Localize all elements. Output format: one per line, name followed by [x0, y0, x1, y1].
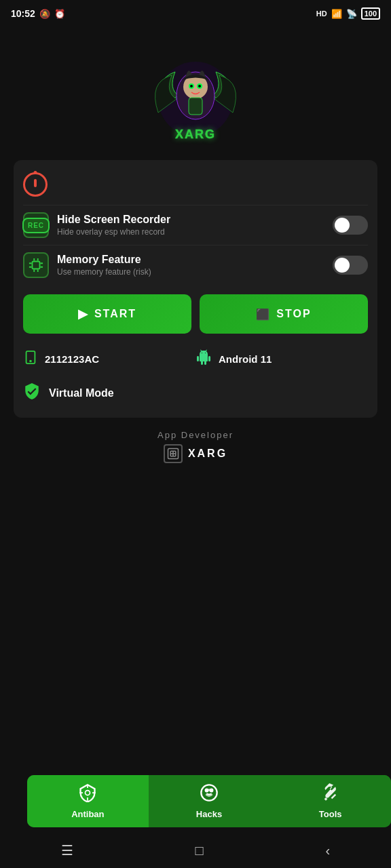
- antiban-label: Antiban: [71, 809, 104, 819]
- svg-point-18: [210, 789, 213, 792]
- dev-brand-name: XARG: [188, 448, 227, 460]
- antiban-icon: [78, 783, 97, 806]
- android-back-button[interactable]: ‹: [309, 837, 346, 864]
- virtual-mode-row: Virtual Mode: [23, 378, 368, 408]
- stop-label: STOP: [276, 308, 311, 320]
- android-icon: [196, 349, 212, 369]
- svg-rect-10: [33, 262, 40, 269]
- signal-icon: 📶: [331, 9, 342, 19]
- dev-brand-icon: [164, 444, 183, 463]
- svg-point-17: [206, 789, 208, 792]
- svg-point-16: [201, 785, 217, 800]
- status-time: 10:52: [11, 8, 35, 19]
- feature-subtitle-memory: Use memory feature (risk): [57, 267, 151, 277]
- developer-footer: App Developer XARG: [0, 425, 391, 471]
- hacks-icon: [200, 783, 219, 806]
- bottom-nav: Antiban Hacks Tools: [27, 775, 391, 827]
- tools-label: Tools: [319, 809, 342, 819]
- android-version-item: Android 11: [196, 349, 368, 369]
- shield-checkmark-icon: [23, 382, 41, 404]
- feature-text-memory: Memory Feature Use memory feature (risk): [57, 254, 151, 277]
- hide-screen-recorder-row: REC Hide Screen Recorder Hide overlay es…: [23, 205, 368, 245]
- stop-button[interactable]: ⬛ STOP: [200, 294, 368, 334]
- dev-label: App Developer: [0, 430, 391, 440]
- hd-badge: HD: [316, 9, 327, 18]
- alarm-icon: ⏰: [54, 9, 65, 19]
- feature-title-recorder: Hide Screen Recorder: [57, 214, 170, 226]
- device-id-item: 2112123AC: [23, 350, 196, 368]
- memory-feature-row: Memory Feature Use memory feature (risk): [23, 245, 368, 285]
- dev-brand: XARG: [0, 444, 391, 463]
- feature-text-recorder: Hide Screen Recorder Hide overlay esp wh…: [57, 214, 170, 237]
- logo-svg: XARG XARG: [141, 38, 250, 146]
- feature-title-memory: Memory Feature: [57, 254, 151, 266]
- start-icon: ▶: [78, 307, 89, 321]
- svg-text:XARG: XARG: [175, 127, 216, 141]
- svg-rect-7: [189, 98, 202, 115]
- device-info-row: 2112123AC Android 11: [23, 344, 368, 373]
- android-menu-button[interactable]: ☰: [45, 837, 90, 864]
- status-right: HD 📶 📡 100: [316, 7, 380, 20]
- svg-point-5: [190, 85, 193, 87]
- android-version: Android 11: [219, 353, 272, 365]
- feature-left: REC Hide Screen Recorder Hide overlay es…: [23, 212, 170, 238]
- android-nav-bar: ☰ □ ‹: [0, 833, 391, 868]
- feature-left-memory: Memory Feature Use memory feature (risk): [23, 252, 151, 278]
- nav-antiban[interactable]: Antiban: [27, 775, 149, 827]
- svg-point-12: [30, 360, 31, 361]
- memory-toggle-knob: [335, 258, 350, 273]
- start-label: START: [94, 308, 136, 320]
- status-bar: 10:52 🔕 ⏰ HD 📶 📡 100: [0, 0, 391, 24]
- main-card: REC Hide Screen Recorder Hide overlay es…: [14, 160, 377, 418]
- chip-icon: [23, 252, 49, 278]
- phone-icon: [23, 350, 38, 368]
- svg-point-6: [198, 85, 201, 87]
- memory-toggle[interactable]: [333, 256, 368, 275]
- battery-indicator: 100: [361, 7, 380, 20]
- svg-point-15: [86, 791, 90, 795]
- logo-area: XARG XARG: [0, 24, 391, 153]
- mute-icon: 🔕: [39, 9, 50, 19]
- wifi-icon: 📡: [346, 9, 357, 19]
- nav-hacks[interactable]: Hacks: [149, 775, 270, 827]
- virtual-mode-label: Virtual Mode: [49, 387, 114, 399]
- timer-icon: [23, 172, 48, 197]
- battery-percent: 100: [365, 9, 377, 18]
- action-button-row: ▶ START ⬛ STOP: [23, 294, 368, 334]
- tools-icon: [321, 783, 340, 806]
- recorder-toggle-knob: [335, 218, 350, 233]
- recorder-toggle[interactable]: [333, 216, 368, 235]
- feature-subtitle-recorder: Hide overlay esp when record: [57, 227, 170, 237]
- android-home-button[interactable]: □: [179, 837, 220, 864]
- rec-icon: REC: [23, 212, 49, 238]
- timer-row: [23, 170, 368, 205]
- hacks-label: Hacks: [196, 809, 222, 819]
- start-button[interactable]: ▶ START: [23, 294, 191, 334]
- nav-tools[interactable]: Tools: [269, 775, 391, 827]
- app-logo: XARG XARG: [141, 38, 250, 146]
- device-id: 2112123AC: [45, 353, 99, 365]
- status-left: 10:52 🔕 ⏰: [11, 8, 65, 19]
- stop-icon: ⬛: [256, 308, 271, 321]
